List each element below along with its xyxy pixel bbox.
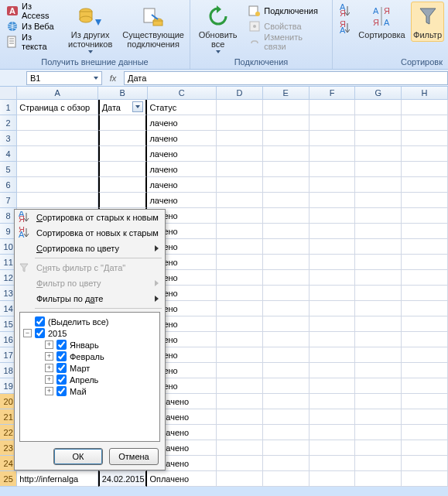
col-header[interactable]: C — [148, 87, 217, 100]
cell[interactable] — [217, 471, 263, 487]
cell[interactable] — [98, 131, 148, 146]
cell[interactable] — [217, 425, 263, 440]
tree-item-month[interactable]: +Январь — [23, 339, 156, 351]
date-filters[interactable]: Фильтры по дате — [15, 291, 165, 306]
expand-icon[interactable]: + — [45, 340, 53, 349]
cell[interactable] — [355, 456, 402, 471]
cell[interactable] — [309, 255, 356, 270]
other-sources-button[interactable]: Из других источников — [63, 2, 117, 56]
cell[interactable] — [355, 286, 402, 301]
cell[interactable] — [355, 270, 402, 286]
expand-icon[interactable]: + — [45, 364, 53, 372]
cell[interactable] — [217, 224, 263, 239]
cell[interactable] — [17, 162, 97, 177]
cell[interactable] — [309, 193, 356, 208]
checkbox[interactable] — [56, 340, 67, 350]
cell[interactable] — [217, 301, 263, 316]
tree-item-month[interactable]: +Февраль — [23, 351, 156, 362]
col-header[interactable]: A — [17, 87, 98, 100]
cell[interactable] — [309, 440, 356, 456]
cell[interactable] — [263, 131, 309, 146]
checkbox[interactable] — [35, 316, 45, 327]
row-header[interactable]: 25 — [0, 471, 17, 487]
cell[interactable] — [355, 316, 402, 332]
cell[interactable] — [402, 224, 448, 239]
cell[interactable] — [217, 193, 263, 208]
checkbox[interactable] — [56, 363, 67, 373]
expand-icon[interactable]: + — [45, 387, 53, 395]
cell[interactable] — [402, 316, 448, 332]
cell[interactable] — [263, 239, 309, 255]
cell[interactable] — [402, 115, 448, 131]
cell[interactable] — [355, 193, 402, 208]
cell[interactable]: Оплачено — [147, 471, 216, 487]
cell[interactable] — [355, 301, 402, 316]
cell[interactable] — [402, 394, 448, 409]
sort-oldest-newest[interactable]: АЯСортировка от старых к новым — [15, 210, 165, 225]
cell[interactable] — [309, 332, 356, 347]
cell[interactable] — [309, 115, 356, 131]
cell[interactable] — [217, 409, 263, 425]
cell[interactable] — [263, 316, 309, 332]
cell[interactable] — [217, 255, 263, 270]
refresh-all-button[interactable]: Обновить все — [193, 2, 242, 56]
row-header[interactable]: 4 — [0, 146, 17, 162]
cell[interactable] — [217, 316, 263, 332]
cell[interactable] — [309, 100, 356, 115]
cell[interactable] — [263, 162, 309, 177]
sort-newest-oldest[interactable]: ЯАСортировка от новых к старым — [15, 225, 165, 241]
cell[interactable] — [309, 224, 356, 239]
cell[interactable] — [402, 301, 448, 316]
checkbox[interactable] — [56, 351, 67, 361]
cell[interactable] — [355, 347, 402, 363]
cell[interactable] — [355, 332, 402, 347]
cell[interactable] — [217, 131, 263, 146]
cell[interactable] — [217, 239, 263, 255]
cell[interactable] — [217, 363, 263, 378]
cell[interactable] — [402, 177, 448, 193]
cell[interactable] — [355, 363, 402, 378]
checkbox[interactable] — [35, 328, 45, 338]
cell[interactable] — [309, 286, 356, 301]
cell[interactable] — [263, 394, 309, 409]
tree-item-month[interactable]: +Май — [23, 385, 156, 397]
cell[interactable] — [263, 177, 309, 193]
from-access-button[interactable]: AИз Access — [3, 3, 60, 19]
cell[interactable] — [17, 193, 97, 208]
cell[interactable]: 24.02.2015 — [98, 471, 148, 487]
cell[interactable] — [355, 255, 402, 270]
cell[interactable] — [355, 177, 402, 193]
row-header[interactable]: 3 — [0, 131, 17, 146]
cell[interactable] — [355, 471, 402, 487]
cancel-button[interactable]: Отмена — [109, 448, 159, 465]
cell[interactable] — [263, 301, 309, 316]
cell[interactable] — [355, 131, 402, 146]
cell[interactable] — [355, 425, 402, 440]
sort-by-color[interactable]: Сортировка по цвету — [15, 241, 165, 256]
cell[interactable]: Дата — [98, 100, 148, 115]
cell[interactable] — [263, 270, 309, 286]
cell[interactable] — [309, 131, 356, 146]
name-box[interactable]: B1 — [26, 71, 102, 85]
cell[interactable] — [355, 394, 402, 409]
cell[interactable] — [402, 332, 448, 347]
cell[interactable] — [402, 208, 448, 224]
cell[interactable] — [402, 363, 448, 378]
cell[interactable] — [309, 425, 356, 440]
expand-icon[interactable]: + — [45, 352, 53, 361]
cell[interactable] — [309, 316, 356, 332]
cell[interactable] — [263, 115, 309, 131]
cell[interactable] — [402, 409, 448, 425]
cell[interactable] — [217, 394, 263, 409]
cell[interactable] — [402, 239, 448, 255]
cell[interactable] — [217, 146, 263, 162]
cell[interactable] — [217, 115, 263, 131]
cell[interactable] — [309, 456, 356, 471]
cell[interactable] — [402, 347, 448, 363]
cell[interactable] — [98, 177, 148, 193]
cell[interactable] — [263, 456, 309, 471]
cell[interactable]: http://infernalga — [17, 471, 97, 487]
cell[interactable] — [263, 100, 309, 115]
cell[interactable] — [263, 471, 309, 487]
fx-icon[interactable]: fx — [107, 74, 119, 83]
